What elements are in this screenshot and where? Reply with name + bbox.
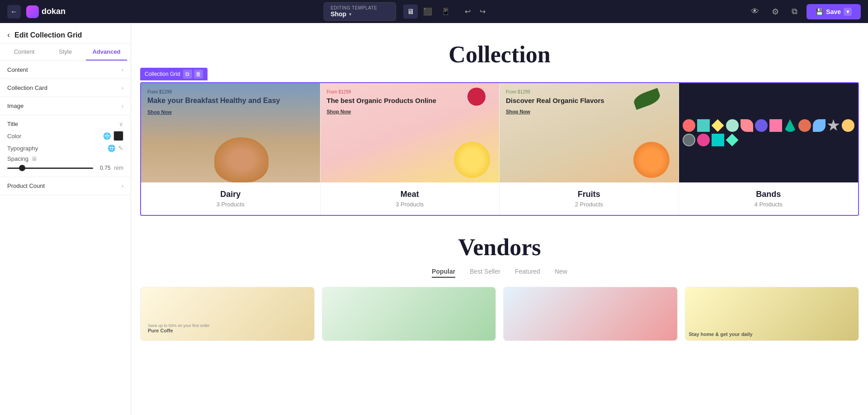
card-category-fruits: Fruits [507,190,671,199]
topbar: ← dokan EDITING TEMPLATE Shop ▾ 🖥 ⬛ 📱 ↩ … [0,0,868,23]
deco-shape-11 [827,119,840,132]
deco-shape-3 [712,119,724,132]
card-image-fruits: From $1299 Discover Real Organic Flavors… [500,83,679,182]
collection-grid-label: Collection Grid ⧉ 🗑 [140,68,208,80]
card-shop-button-meat[interactable]: Shop Now [327,109,351,114]
vendor-cards-grid: Save up to 50% on your first order Pure … [140,287,859,341]
tab-style[interactable]: Style [45,44,86,61]
layers-button[interactable]: ⧉ [788,5,801,18]
card-count-meat: 3 Products [328,201,492,208]
product-count-expand-arrow: › [122,182,123,189]
card-category-bands: Bands [686,190,851,199]
vendor-tab-best-seller[interactable]: Best Seller [470,268,500,278]
collection-grid-copy-button[interactable]: ⧉ [183,70,192,79]
collection-grid-actions: ⧉ 🗑 [183,70,203,79]
spacing-controls: 0.75 rem [7,165,123,171]
card-image-dairy: From $1299 Make your Breakfast Healthy a… [141,83,320,182]
deco-shape-10 [813,119,826,132]
title-section-row[interactable]: Title ∨ [7,121,123,127]
vendor-card-1: Save up to 50% on your first order Pure … [140,287,315,341]
desktop-device-button[interactable]: 🖥 [403,5,418,19]
vendor-promo-1: Save up to 50% on your first order [148,323,210,328]
save-dropdown-arrow[interactable]: ▾ [844,8,852,16]
vendor-card-4-info: Stay home & get your daily [685,287,859,340]
vendor-tab-popular[interactable]: Popular [432,268,455,278]
dokan-logo-icon [26,5,39,18]
monitor-icon: 🖥 [31,155,37,162]
collection-card-fruits: From $1299 Discover Real Organic Flavors… [500,83,679,215]
color-swatch[interactable] [113,131,123,141]
sidebar-section-collection-card: Collection Card › [0,79,131,97]
typography-edit-icon[interactable]: ✎ [118,145,123,152]
title-collapse-arrow: ∨ [119,121,123,127]
sidebar-back-button[interactable]: ‹ [7,30,10,40]
tab-content[interactable]: Content [4,44,45,61]
save-label: Save [826,8,841,15]
save-button[interactable]: 💾 Save ▾ [807,4,861,19]
product-count-section-row[interactable]: Product Count › [7,182,123,189]
vendor-card-4: Stay home & get your daily [685,287,859,341]
collection-card-section-row[interactable]: Collection Card › [7,84,123,91]
sidebar-section-image: Image › [0,97,131,115]
mobile-device-button[interactable]: 📱 [438,5,454,19]
main-layout: ‹ Edit Collection Grid Content Style Adv… [0,23,868,415]
colorful-decoration [679,116,859,150]
topbar-back-button[interactable]: ← [7,5,21,19]
card-count-bands: 4 Products [686,201,851,208]
product-count-label: Product Count [7,182,45,189]
globe-icon[interactable]: 🌐 [103,132,111,140]
topbar-left: ← dokan [7,5,66,19]
editing-template-label: EDITING TEMPLATE [330,5,377,10]
typography-controls: 🌐 ✎ [108,145,123,152]
sidebar-section-title: Title ∨ Color 🌐 Typography 🌐 ✎ [0,115,131,177]
tab-advanced[interactable]: Advanced [86,44,127,61]
spacing-unit: rem [114,165,123,171]
topbar-right: 👁 ⚙ ⧉ 💾 Save ▾ [747,4,861,19]
color-label: Color [7,133,21,140]
editing-template-value: Shop ▾ [330,10,351,18]
editing-template-button[interactable]: EDITING TEMPLATE Shop ▾ [324,2,396,21]
card-category-meat: Meat [328,190,492,199]
vendor-card-1-info: Save up to 50% on your first order Pure … [144,320,213,337]
deco-shape-15 [712,134,724,146]
tablet-device-button[interactable]: ⬛ [420,5,436,19]
card-shop-button-fruits[interactable]: Shop Now [506,109,530,114]
content-label: Content [7,66,28,73]
vendor-label-1: Pure Coffe [148,328,210,333]
collection-card-label: Collection Card [7,84,47,91]
redo-button[interactable]: ↪ [476,5,489,18]
content-expand-arrow: › [122,66,123,73]
card-from-dairy: From $1299 [147,89,314,94]
color-controls: 🌐 [103,131,123,141]
vendor-tab-featured[interactable]: Featured [515,268,540,278]
settings-button[interactable]: ⚙ [768,5,783,19]
spacing-slider[interactable] [7,168,93,169]
deco-shape-5 [741,119,753,132]
deco-shape-9 [798,119,811,132]
title-label: Title [7,121,18,127]
vendor-tab-new[interactable]: New [555,268,567,278]
vendors-section: Vendors Popular Best Seller Featured New… [131,225,868,350]
lemon-decoration [454,142,490,178]
sidebar-title: Edit Collection Grid [14,31,82,39]
canvas-inner: Collection Collection Grid ⧉ 🗑 [131,23,868,415]
image-label: Image [7,103,24,109]
collection-grid-container: Collection Grid ⧉ 🗑 Fro [140,82,859,216]
card-image-bands [679,83,859,182]
undo-button[interactable]: ↩ [461,5,474,18]
deco-shape-2 [697,119,710,132]
canvas: Collection Collection Grid ⧉ 🗑 [131,23,868,415]
collection-grid-delete-button[interactable]: 🗑 [194,70,203,79]
back-arrow-icon: ← [10,8,18,16]
save-icon: 💾 [816,8,823,15]
chevron-down-icon: ▾ [349,12,351,17]
sidebar-tabs: Content Style Advanced [0,44,131,61]
content-section-row[interactable]: Content › [7,66,123,73]
card-shop-button-dairy[interactable]: Shop Now [147,109,172,115]
spacing-row: Spacing 🖥 0.75 rem [7,155,123,171]
image-section-row[interactable]: Image › [7,103,123,109]
vendor-card-3 [503,287,678,341]
card-info-meat: Meat 3 Products [321,182,500,215]
preview-button[interactable]: 👁 [747,5,763,18]
typography-globe-icon[interactable]: 🌐 [108,145,115,152]
